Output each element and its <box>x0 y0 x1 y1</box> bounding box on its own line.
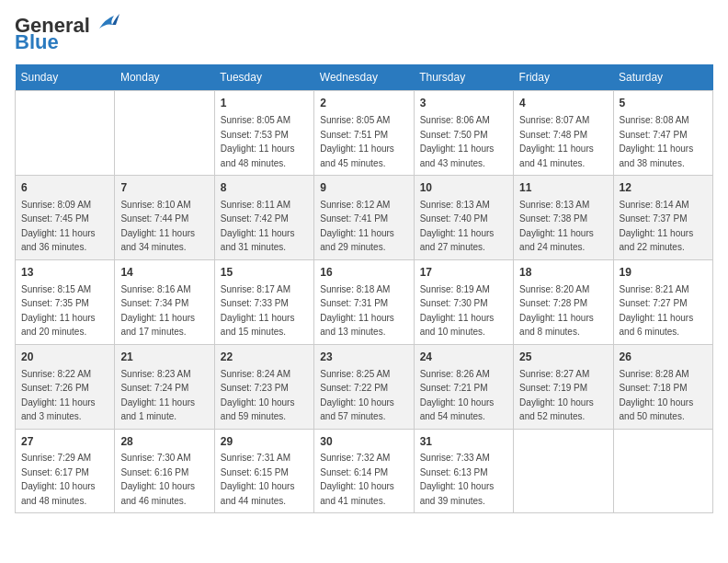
calendar-cell: 23 Sunrise: 8:25 AMSunset: 7:22 PMDaylig… <box>314 344 414 429</box>
day-info: Sunrise: 8:19 AMSunset: 7:30 PMDaylight:… <box>420 284 495 338</box>
day-of-week-header: Monday <box>115 64 214 91</box>
calendar-cell: 17 Sunrise: 8:19 AMSunset: 7:30 PMDaylig… <box>414 259 513 344</box>
calendar-cell: 4 Sunrise: 8:07 AMSunset: 7:48 PMDayligh… <box>514 91 613 176</box>
calendar-cell: 30 Sunrise: 7:32 AMSunset: 6:14 PMDaylig… <box>314 429 414 513</box>
day-number: 11 <box>519 180 607 196</box>
calendar-cell: 28 Sunrise: 7:30 AMSunset: 6:16 PMDaylig… <box>115 429 214 513</box>
day-number: 30 <box>320 434 407 450</box>
day-number: 15 <box>221 265 308 281</box>
day-info: Sunrise: 8:26 AMSunset: 7:21 PMDaylight:… <box>420 369 495 422</box>
day-info: Sunrise: 8:13 AMSunset: 7:38 PMDaylight:… <box>519 200 594 253</box>
day-info: Sunrise: 8:05 AMSunset: 7:51 PMDaylight:… <box>320 115 394 168</box>
day-info: Sunrise: 8:05 AMSunset: 7:53 PMDaylight:… <box>221 115 295 168</box>
calendar-cell: 25 Sunrise: 8:27 AMSunset: 7:19 PMDaylig… <box>514 344 613 429</box>
day-number: 22 <box>221 350 308 365</box>
calendar-cell: 24 Sunrise: 8:26 AMSunset: 7:21 PMDaylig… <box>414 344 513 429</box>
day-info: Sunrise: 8:25 AMSunset: 7:22 PMDaylight:… <box>320 369 394 422</box>
calendar-cell: 20 Sunrise: 8:22 AMSunset: 7:26 PMDaylig… <box>16 344 115 429</box>
day-of-week-header: Saturday <box>613 64 712 91</box>
day-number: 27 <box>21 434 108 450</box>
day-number: 10 <box>420 180 507 196</box>
calendar-cell: 26 Sunrise: 8:28 AMSunset: 7:18 PMDaylig… <box>613 344 712 429</box>
day-number: 16 <box>320 265 407 281</box>
calendar-cell <box>613 429 712 513</box>
day-number: 14 <box>120 265 208 281</box>
calendar-cell: 12 Sunrise: 8:14 AMSunset: 7:37 PMDaylig… <box>613 176 712 260</box>
day-number: 9 <box>320 180 407 196</box>
day-info: Sunrise: 8:27 AMSunset: 7:19 PMDaylight:… <box>519 369 594 422</box>
calendar-cell: 16 Sunrise: 8:18 AMSunset: 7:31 PMDaylig… <box>314 259 414 344</box>
calendar-cell: 27 Sunrise: 7:29 AMSunset: 6:17 PMDaylig… <box>16 429 115 513</box>
calendar-cell: 7 Sunrise: 8:10 AMSunset: 7:44 PMDayligh… <box>115 176 214 260</box>
day-info: Sunrise: 8:12 AMSunset: 7:41 PMDaylight:… <box>320 200 394 253</box>
calendar-cell: 9 Sunrise: 8:12 AMSunset: 7:41 PMDayligh… <box>314 176 414 260</box>
day-of-week-header: Sunday <box>16 64 115 91</box>
day-info: Sunrise: 8:21 AMSunset: 7:27 PMDaylight:… <box>620 284 694 338</box>
calendar-cell: 19 Sunrise: 8:21 AMSunset: 7:27 PMDaylig… <box>613 259 712 344</box>
day-info: Sunrise: 7:29 AMSunset: 6:17 PMDaylight:… <box>21 453 96 506</box>
day-of-week-header: Thursday <box>414 64 513 91</box>
day-info: Sunrise: 7:30 AMSunset: 6:16 PMDaylight:… <box>120 453 195 506</box>
day-info: Sunrise: 8:11 AMSunset: 7:42 PMDaylight:… <box>221 200 295 253</box>
day-info: Sunrise: 8:24 AMSunset: 7:23 PMDaylight:… <box>221 369 295 422</box>
day-info: Sunrise: 7:32 AMSunset: 6:14 PMDaylight:… <box>320 453 394 506</box>
day-number: 28 <box>120 434 208 450</box>
day-number: 5 <box>620 96 707 111</box>
day-number: 29 <box>221 434 308 450</box>
day-number: 23 <box>320 350 407 365</box>
page-header: General Blue <box>15 15 713 53</box>
day-number: 18 <box>519 265 607 281</box>
calendar-cell: 2 Sunrise: 8:05 AMSunset: 7:51 PMDayligh… <box>314 91 414 176</box>
calendar-cell: 15 Sunrise: 8:17 AMSunset: 7:33 PMDaylig… <box>214 259 313 344</box>
day-number: 26 <box>620 350 707 365</box>
day-info: Sunrise: 8:15 AMSunset: 7:35 PMDaylight:… <box>21 284 96 338</box>
day-info: Sunrise: 8:17 AMSunset: 7:33 PMDaylight:… <box>221 284 295 338</box>
day-info: Sunrise: 8:20 AMSunset: 7:28 PMDaylight:… <box>519 284 594 338</box>
calendar-cell: 10 Sunrise: 8:13 AMSunset: 7:40 PMDaylig… <box>414 176 513 260</box>
day-number: 1 <box>221 96 308 111</box>
day-info: Sunrise: 8:09 AMSunset: 7:45 PMDaylight:… <box>21 200 96 253</box>
day-number: 13 <box>21 265 108 281</box>
day-info: Sunrise: 7:31 AMSunset: 6:15 PMDaylight:… <box>221 453 295 506</box>
day-info: Sunrise: 8:10 AMSunset: 7:44 PMDaylight:… <box>120 200 195 253</box>
calendar-cell: 8 Sunrise: 8:11 AMSunset: 7:42 PMDayligh… <box>214 176 313 260</box>
day-number: 21 <box>120 350 208 365</box>
calendar-cell: 3 Sunrise: 8:06 AMSunset: 7:50 PMDayligh… <box>414 91 513 176</box>
day-number: 31 <box>420 434 507 450</box>
calendar-cell: 21 Sunrise: 8:23 AMSunset: 7:24 PMDaylig… <box>115 344 214 429</box>
day-number: 19 <box>620 265 707 281</box>
day-number: 20 <box>21 350 108 365</box>
calendar-cell: 31 Sunrise: 7:33 AMSunset: 6:13 PMDaylig… <box>414 429 513 513</box>
day-number: 2 <box>320 96 407 111</box>
calendar-cell: 5 Sunrise: 8:08 AMSunset: 7:47 PMDayligh… <box>613 91 712 176</box>
calendar-cell: 6 Sunrise: 8:09 AMSunset: 7:45 PMDayligh… <box>16 176 115 260</box>
logo-text-blue: Blue <box>15 31 59 53</box>
day-info: Sunrise: 8:23 AMSunset: 7:24 PMDaylight:… <box>120 369 195 422</box>
day-number: 25 <box>519 350 607 365</box>
day-info: Sunrise: 8:22 AMSunset: 7:26 PMDaylight:… <box>21 369 96 422</box>
calendar-cell <box>115 91 214 176</box>
calendar-cell: 1 Sunrise: 8:05 AMSunset: 7:53 PMDayligh… <box>214 91 313 176</box>
logo: General Blue <box>15 15 119 53</box>
day-info: Sunrise: 8:16 AMSunset: 7:34 PMDaylight:… <box>120 284 195 338</box>
calendar-cell <box>514 429 613 513</box>
calendar-cell: 22 Sunrise: 8:24 AMSunset: 7:23 PMDaylig… <box>214 344 313 429</box>
day-number: 6 <box>21 180 108 196</box>
calendar-cell <box>16 91 115 176</box>
day-info: Sunrise: 8:18 AMSunset: 7:31 PMDaylight:… <box>320 284 394 338</box>
logo-bird-icon <box>92 12 119 36</box>
day-number: 12 <box>620 180 707 196</box>
calendar-cell: 18 Sunrise: 8:20 AMSunset: 7:28 PMDaylig… <box>514 259 613 344</box>
day-number: 7 <box>120 180 208 196</box>
calendar-table: SundayMondayTuesdayWednesdayThursdayFrid… <box>15 64 713 513</box>
day-of-week-header: Friday <box>514 64 613 91</box>
day-number: 8 <box>221 180 308 196</box>
day-number: 24 <box>420 350 507 365</box>
calendar-cell: 29 Sunrise: 7:31 AMSunset: 6:15 PMDaylig… <box>214 429 313 513</box>
day-info: Sunrise: 8:13 AMSunset: 7:40 PMDaylight:… <box>420 200 495 253</box>
day-info: Sunrise: 8:07 AMSunset: 7:48 PMDaylight:… <box>519 115 594 168</box>
day-of-week-header: Wednesday <box>314 64 414 91</box>
day-number: 4 <box>519 96 607 111</box>
calendar-cell: 14 Sunrise: 8:16 AMSunset: 7:34 PMDaylig… <box>115 259 214 344</box>
day-info: Sunrise: 8:28 AMSunset: 7:18 PMDaylight:… <box>620 369 694 422</box>
